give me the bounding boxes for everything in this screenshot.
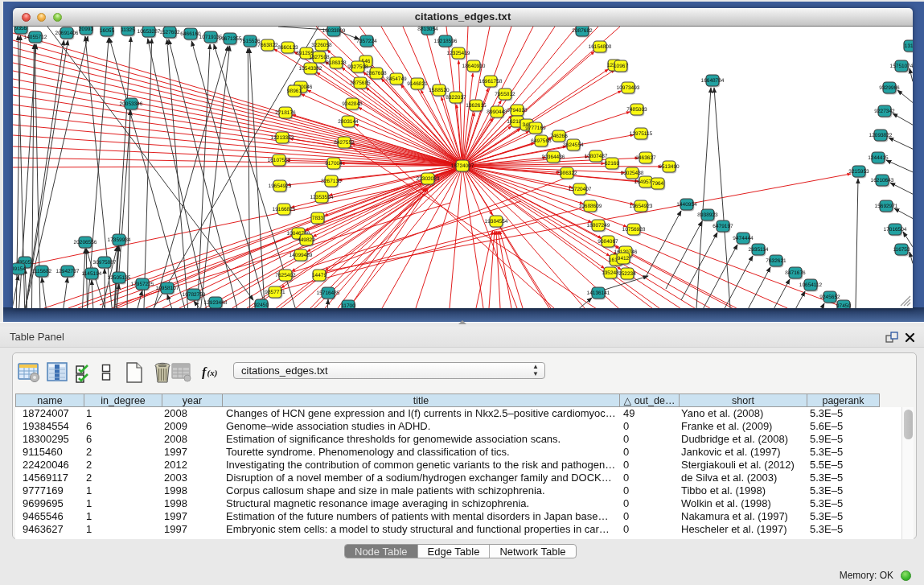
svg-text:2935114: 2935114 — [749, 247, 769, 253]
svg-text:9412: 9412 — [618, 256, 630, 262]
svg-text:16648784: 16648784 — [701, 78, 725, 84]
svg-text:9513490: 9513490 — [659, 164, 680, 170]
svg-text:8454749: 8454749 — [386, 76, 407, 82]
svg-text:12505135: 12505135 — [108, 275, 131, 281]
svg-text:11700: 11700 — [341, 303, 355, 308]
svg-text:92450: 92450 — [254, 303, 269, 308]
svg-text:9242848: 9242848 — [342, 101, 363, 107]
svg-text:6497568: 6497568 — [531, 138, 552, 144]
svg-text:7955812: 7955812 — [495, 92, 515, 97]
svg-text:9084067: 9084067 — [598, 239, 618, 245]
svg-text:9857771: 9857771 — [265, 290, 285, 295]
svg-text:17957225: 17957225 — [131, 282, 154, 287]
svg-text:1588520: 1588520 — [429, 88, 450, 93]
svg-text:8813054: 8813054 — [417, 27, 438, 32]
svg-text:62160: 62160 — [605, 161, 619, 167]
svg-text:12942737: 12942737 — [56, 269, 80, 274]
svg-text:23302033: 23302033 — [417, 176, 440, 182]
svg-text:12213383: 12213383 — [271, 135, 294, 141]
svg-text:17359934: 17359934 — [108, 237, 131, 243]
svg-text:20206556: 20206556 — [74, 240, 97, 245]
svg-text:1115682: 1115682 — [32, 269, 52, 274]
svg-text:8186328: 8186328 — [326, 60, 347, 66]
svg-text:9356: 9356 — [15, 27, 27, 31]
svg-text:746266: 746266 — [550, 134, 568, 139]
svg-text:20691406: 20691406 — [55, 31, 79, 36]
svg-text:12353594: 12353594 — [310, 195, 334, 200]
svg-text:3624554: 3624554 — [563, 142, 584, 148]
svg-text:19384554: 19384554 — [485, 219, 508, 225]
svg-text:10688609: 10688609 — [579, 204, 602, 209]
svg-text:14099489: 14099489 — [290, 253, 313, 258]
svg-text:8990448: 8990448 — [487, 109, 507, 115]
svg-text:10653287: 10653287 — [138, 29, 161, 35]
svg-text:7632621: 7632621 — [766, 258, 786, 264]
svg-text:16055: 16055 — [100, 28, 114, 34]
svg-text:7625402: 7625402 — [275, 273, 296, 278]
svg-text:10654112: 10654112 — [799, 282, 823, 288]
svg-text:19166825: 19166825 — [273, 207, 296, 212]
svg-text:11325: 11325 — [121, 27, 135, 33]
svg-text:2867608: 2867608 — [366, 71, 387, 76]
svg-text:8267130: 8267130 — [321, 179, 342, 184]
svg-text:7964: 7964 — [652, 181, 664, 187]
svg-text:12325419: 12325419 — [447, 51, 470, 56]
svg-text:16210643: 16210643 — [871, 178, 894, 183]
svg-text:9327508: 9327508 — [347, 64, 368, 70]
svg-text:7663822: 7663822 — [257, 43, 278, 48]
svg-text:917004: 917004 — [325, 161, 343, 167]
svg-text:12923448: 12923448 — [204, 300, 228, 306]
svg-text:98961: 98961 — [287, 89, 302, 94]
svg-text:1317: 1317 — [905, 43, 913, 49]
svg-text:7485003: 7485003 — [626, 107, 647, 113]
svg-text:18807249: 18807249 — [587, 223, 610, 229]
svg-text:97450: 97450 — [836, 303, 851, 308]
svg-text:8660123: 8660123 — [277, 45, 298, 51]
svg-text:9463627: 9463627 — [635, 155, 656, 161]
svg-text:2087682: 2087682 — [572, 28, 593, 34]
svg-text:12093822: 12093822 — [869, 133, 893, 138]
svg-text:19654923: 19654923 — [269, 183, 292, 189]
svg-text:1327508: 1327508 — [309, 55, 330, 60]
svg-text:7357224: 7357224 — [356, 39, 377, 44]
svg-text:1527602: 1527602 — [159, 30, 180, 35]
svg-text:8322037: 8322037 — [446, 95, 466, 101]
svg-text:15692971: 15692971 — [875, 204, 898, 209]
svg-text:8938923: 8938923 — [697, 212, 718, 218]
svg-text:10967: 10967 — [614, 64, 628, 69]
svg-text:10807487: 10807487 — [585, 154, 608, 159]
svg-text:8427552: 8427552 — [334, 140, 355, 146]
svg-text:3226058: 3226058 — [311, 43, 332, 48]
svg-text:449822: 449822 — [298, 237, 315, 243]
svg-text:9146821: 9146821 — [407, 81, 428, 87]
svg-text:18640910: 18640910 — [462, 64, 486, 69]
svg-text:10543382: 10543382 — [299, 66, 322, 72]
svg-text:17016504: 17016504 — [884, 227, 907, 233]
svg-text:10958107: 10958107 — [156, 286, 179, 291]
svg-text:7986322: 7986322 — [556, 171, 577, 176]
svg-text:1145194: 1145194 — [82, 271, 102, 277]
svg-text:10025438: 10025438 — [621, 171, 644, 176]
svg-text:16961758: 16961758 — [479, 79, 503, 84]
svg-text:16671355: 16671355 — [219, 36, 242, 42]
svg-text:(x): (x) — [207, 368, 218, 378]
svg-text:116753: 116753 — [893, 247, 910, 253]
svg-text:30975887: 30975887 — [93, 260, 117, 266]
svg-text:9329966: 9329966 — [879, 85, 900, 91]
svg-text:6466160: 6466160 — [180, 31, 201, 37]
svg-text:15716485: 15716485 — [317, 290, 340, 296]
svg-text:19654923: 19654923 — [630, 204, 653, 209]
svg-text:14136141: 14136141 — [587, 290, 610, 296]
svg-text:16782759: 16782759 — [183, 292, 206, 298]
svg-text:2803144: 2803144 — [338, 119, 359, 125]
svg-text:14479: 14479 — [312, 273, 326, 278]
svg-text:15751074: 15751074 — [890, 64, 913, 69]
svg-text:9227342: 9227342 — [874, 109, 895, 114]
svg-text:1244415: 1244415 — [868, 155, 889, 161]
svg-text:20993: 20993 — [79, 27, 93, 32]
svg-text:1362615: 1362615 — [466, 103, 487, 109]
svg-text:3875685: 3875685 — [350, 80, 371, 86]
svg-text:16154808: 16154808 — [589, 44, 612, 50]
svg-text:9474444: 9474444 — [733, 236, 754, 241]
svg-text:135248: 135248 — [602, 270, 619, 276]
